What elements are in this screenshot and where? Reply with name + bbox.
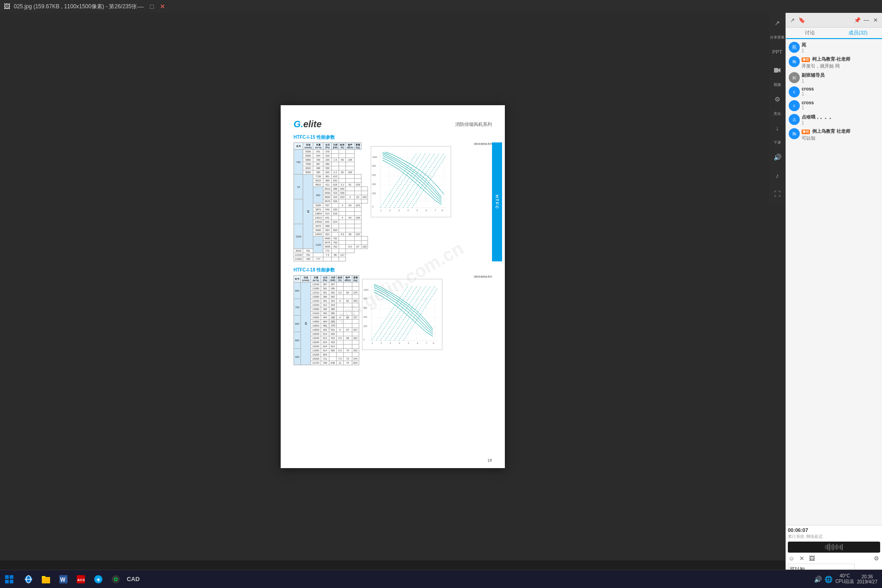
- tab-members[interactable]: 成员(32): [834, 28, 882, 39]
- panel-header: ↗ 🔖 📌 — ✕: [786, 13, 882, 28]
- svg-line-22: [412, 156, 446, 208]
- mute-tool[interactable]: 🔊: [771, 151, 784, 164]
- start-button[interactable]: [0, 570, 18, 588]
- tab-discuss[interactable]: 讨论: [786, 28, 834, 38]
- svg-text:2: 2: [380, 342, 382, 345]
- svg-text:7: 7: [435, 209, 436, 212]
- panel-pin-icon[interactable]: 📌: [854, 17, 861, 24]
- chat-badge-7: 微信: [802, 130, 810, 134]
- svg-text:400: 400: [372, 183, 376, 186]
- chat-count-5: 1: [802, 105, 879, 110]
- chat-count-1: 1: [802, 48, 879, 53]
- emoji-icon[interactable]: ☺: [788, 554, 795, 562]
- svg-text:8: 8: [441, 209, 443, 212]
- video-tool[interactable]: [771, 64, 784, 77]
- chat-content-5: cross 1: [802, 100, 879, 110]
- chart2-svg: 1 2 3 4 5 6 7 8 0 200 400 600 80: [362, 279, 442, 350]
- taskbar-ie[interactable]: [20, 571, 37, 588]
- tray-icon-2[interactable]: 🌐: [825, 576, 832, 583]
- svg-text:W: W: [60, 577, 66, 583]
- settings-chat-icon[interactable]: ⚙: [873, 554, 880, 562]
- minimize-button[interactable]: —: [137, 3, 144, 10]
- svg-text:6: 6: [417, 342, 418, 345]
- svg-line-57: [394, 286, 430, 340]
- svg-rect-107: [42, 576, 45, 578]
- chat-item-6: 点 点啥哦，。。。 1: [789, 114, 879, 125]
- svg-line-54: [380, 286, 417, 340]
- svg-line-53: [376, 286, 412, 340]
- fullscreen-tool[interactable]: ⛶: [771, 187, 784, 200]
- main-viewer: G.elite 消防排烟风机系列 HTFC-I-15 性能参数 机号 转速(r/…: [0, 13, 786, 560]
- panel-minimize-icon[interactable]: —: [863, 17, 870, 24]
- panel-close-icon[interactable]: ✕: [872, 17, 879, 24]
- performance-table-2: 机号 转速(r/min) 风量(m³/s) 全压(Pa) 功率(kW) 效率(%…: [294, 275, 359, 365]
- svg-text:0: 0: [363, 339, 365, 341]
- chat-count-4: 1: [802, 91, 879, 96]
- image-icon[interactable]: 🖼: [808, 554, 815, 562]
- chat-name-5: cross: [802, 100, 879, 105]
- download-tool[interactable]: ↓: [771, 122, 784, 135]
- chat-item-7: 鞠 微信 例上鸟教育 社老师 可以知: [789, 128, 879, 141]
- cpu-label: CPU品温: [835, 578, 854, 585]
- music-tool[interactable]: ♪: [771, 169, 784, 182]
- svg-line-20: [403, 153, 439, 208]
- delete-chat-icon[interactable]: ✕: [798, 554, 805, 562]
- avatar-2: 鞠: [789, 56, 800, 67]
- settings-label: 美化: [774, 111, 781, 116]
- timer-label2: 网络延迟: [806, 534, 823, 540]
- timer-label1: 累计系统: [788, 534, 804, 540]
- panel-share-icon[interactable]: ↗: [789, 17, 796, 24]
- section2-data: 机号 转速(r/min) 风量(m³/s) 全压(Pa) 功率(kW) 效率(%…: [294, 275, 492, 365]
- htfc-side-label: HTFC: [492, 142, 502, 261]
- svg-text:1: 1: [380, 209, 382, 212]
- video-label: 视频: [774, 82, 781, 87]
- taskbar-apps: W ACS ◈ ✿ CAD: [18, 571, 809, 588]
- section1-title: HTFC-I-15 性能参数: [294, 134, 492, 141]
- chat-content-6: 点啥哦，。。。 1: [802, 114, 879, 125]
- chat-item-2: 鞠 微信 柯上鸟教育-社老师 开发引，就开始 同: [789, 56, 879, 69]
- close-button[interactable]: ✕: [159, 3, 166, 10]
- tray-clock[interactable]: 20:36 2019/4/27: [857, 574, 878, 584]
- svg-text:200: 200: [363, 325, 367, 328]
- taskbar-acs[interactable]: ACS: [73, 571, 89, 588]
- section2-table: 机号 转速(r/min) 风量(m³/s) 全压(Pa) 功率(kW) 效率(%…: [294, 275, 359, 365]
- chart1-legend1: 消防排烟风机系列: [474, 142, 492, 145]
- chat-list: 苑 苑 1 鞠 微信 柯上鸟教育-社老师 开发引，就开始 同 副 副班辅导员 1: [786, 39, 882, 525]
- taskbar-cad[interactable]: CAD: [125, 571, 141, 588]
- page-header: G.elite 消防排烟风机系列: [294, 119, 492, 130]
- taskbar-word[interactable]: W: [55, 571, 72, 588]
- settings-tool[interactable]: ⚙: [771, 93, 784, 106]
- svg-text:5: 5: [417, 209, 418, 212]
- chat-content-1: 苑 1: [802, 42, 879, 53]
- logo: G.elite: [294, 119, 322, 130]
- title-bar-icon: 🖼: [4, 3, 10, 10]
- svg-line-19: [398, 153, 435, 208]
- svg-rect-102: [10, 580, 13, 583]
- ppt-tool[interactable]: PPT: [771, 45, 784, 58]
- panel-bookmark-icon[interactable]: 🔖: [798, 17, 805, 24]
- svg-text:800: 800: [363, 298, 367, 300]
- svg-text:3: 3: [390, 342, 391, 345]
- chat-name-3: 副班辅导员: [802, 72, 879, 79]
- taskbar-app6[interactable]: ✿: [107, 571, 124, 588]
- share-tool[interactable]: ↗: [771, 17, 784, 29]
- chart2-legend1: 消防排烟风机系列: [474, 275, 492, 278]
- title-bar-title: 025.jpg (159.67KB , 1100x1500像素) - 第26/2…: [14, 3, 137, 11]
- maximize-button[interactable]: □: [148, 3, 155, 10]
- svg-line-15: [380, 153, 417, 208]
- tray-icon-1[interactable]: 🔊: [814, 576, 822, 583]
- performance-table-1: 机号 转速(r/min) 风量(m³/s) 全压(Pa) 功率(kW) 效率(%…: [294, 142, 368, 261]
- taskbar-app5[interactable]: ◈: [90, 571, 107, 588]
- avatar-7: 鞠: [789, 128, 800, 139]
- svg-text:4: 4: [399, 342, 400, 345]
- page-subtitle: 消防排烟风机系列: [455, 121, 492, 128]
- chat-name-1: 苑: [802, 42, 879, 48]
- share-label: 分享屏幕: [770, 35, 785, 40]
- taskbar-explorer[interactable]: [38, 571, 54, 588]
- chart1-title-row: 消防排烟风机系列: [371, 142, 492, 145]
- svg-text:1000: 1000: [363, 289, 368, 291]
- section2-title: HTFC-I-18 性能参数: [294, 267, 492, 273]
- clock-date: 2019/4/27: [857, 579, 878, 584]
- logo-elite: elite: [303, 119, 322, 129]
- title-bar-controls: — □ ✕: [137, 3, 166, 10]
